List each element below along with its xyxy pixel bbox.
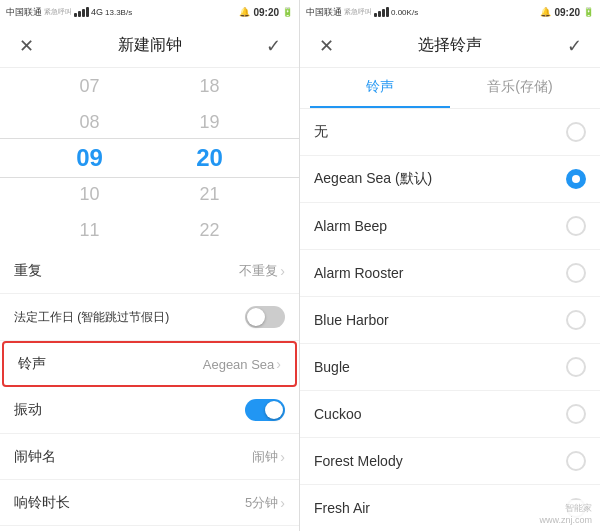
alarm-name-value: 闹钟 ›: [252, 448, 285, 466]
left-header: ✕ 新建闹钟 ✓: [0, 24, 299, 68]
left-battery-icon: 🔋: [282, 7, 293, 17]
watermark-brand: 智能家 www.znj.com: [535, 500, 596, 527]
right-close-button[interactable]: ✕: [312, 32, 340, 60]
ring-duration-setting[interactable]: 响铃时长 5分钟 ›: [0, 480, 299, 526]
repeat-setting[interactable]: 重复 不重复 ›: [0, 248, 299, 294]
ringtone-alarm-rooster[interactable]: Alarm Rooster: [300, 250, 600, 297]
r-signal-bar-2: [378, 11, 381, 17]
left-alarm-icon: 🔔: [239, 7, 250, 17]
right-title: 选择铃声: [418, 35, 482, 56]
workday-toggle[interactable]: [245, 306, 285, 328]
ringtone-blue-harbor[interactable]: Blue Harbor: [300, 297, 600, 344]
radio-alarm-rooster[interactable]: [566, 263, 586, 283]
minute-19: 19: [150, 104, 270, 140]
left-status-bar: 中国联通 紧急呼叫 4G 13.3B/s 🔔 09:20 🔋: [0, 0, 299, 24]
left-carrier: 中国联通: [6, 6, 42, 19]
right-battery-icon: 🔋: [583, 7, 594, 17]
signal-bar-3: [82, 9, 85, 17]
signal-bar-1: [74, 13, 77, 17]
minute-18: 18: [150, 68, 270, 104]
left-title: 新建闹钟: [118, 35, 182, 56]
ringtone-aegean-sea[interactable]: Aegean Sea (默认): [300, 156, 600, 203]
hour-column[interactable]: 07 08 09 10 11: [30, 68, 150, 248]
tab-ringtone[interactable]: 铃声: [310, 68, 450, 108]
right-status-bar: 中国联通 紧急呼叫 0.00K/s 🔔 09:20 🔋: [300, 0, 600, 24]
left-time: 09:20: [253, 7, 279, 18]
snooze-setting[interactable]: 再响间隔 10分钟，3次 ›: [0, 526, 299, 531]
watermark: 智能家 www.znj.com: [535, 500, 596, 527]
radio-blue-harbor[interactable]: [566, 310, 586, 330]
ringtone-setting[interactable]: 铃声 Aegean Sea ›: [2, 341, 297, 387]
radio-aegean-sea[interactable]: [566, 169, 586, 189]
radio-alarm-beep[interactable]: [566, 216, 586, 236]
radio-cuckoo[interactable]: [566, 404, 586, 424]
ringtone-list: 无 Aegean Sea (默认) Alarm Beep Alarm Roost…: [300, 109, 600, 531]
left-status-right: 🔔 09:20 🔋: [239, 7, 293, 18]
minute-22: 22: [150, 212, 270, 248]
left-close-button[interactable]: ✕: [12, 32, 40, 60]
left-speed: 13.3B/s: [105, 8, 132, 17]
right-confirm-button[interactable]: ✓: [560, 32, 588, 60]
hour-11: 11: [30, 212, 150, 248]
left-emergency: 紧急呼叫: [44, 7, 72, 17]
right-speed: 0.00K/s: [391, 8, 418, 17]
minute-20: 20: [150, 140, 270, 176]
minute-21: 21: [150, 176, 270, 212]
left-network-type: 4G: [91, 7, 103, 17]
left-confirm-button[interactable]: ✓: [259, 32, 287, 60]
minute-column[interactable]: 18 19 20 21 22: [150, 68, 270, 248]
vibrate-setting[interactable]: 振动: [0, 387, 299, 434]
workday-label: 法定工作日 (智能跳过节假日): [14, 309, 169, 326]
signal-bar-2: [78, 11, 81, 17]
r-signal-bar-3: [382, 9, 385, 17]
right-status-right: 🔔 09:20 🔋: [540, 7, 594, 18]
vibrate-label: 振动: [14, 401, 42, 419]
ringtone-tabs: 铃声 音乐(存储): [300, 68, 600, 109]
right-time: 09:20: [554, 7, 580, 18]
settings-list: 重复 不重复 › 法定工作日 (智能跳过节假日) 铃声 Aegean Sea ›…: [0, 248, 299, 531]
ringtone-value: Aegean Sea ›: [203, 356, 281, 372]
alarm-name-chevron: ›: [280, 449, 285, 465]
ring-duration-chevron: ›: [280, 495, 285, 511]
right-status-left: 中国联通 紧急呼叫 0.00K/s: [306, 6, 418, 19]
time-picker[interactable]: 07 08 09 10 11 18 19 20 21 22: [0, 68, 299, 248]
repeat-chevron: ›: [280, 263, 285, 279]
r-signal-bar-4: [386, 7, 389, 17]
right-header: ✕ 选择铃声 ✓: [300, 24, 600, 68]
ringtone-bugle[interactable]: Bugle: [300, 344, 600, 391]
hour-09: 09: [30, 140, 150, 176]
vibrate-toggle[interactable]: [245, 399, 285, 421]
right-emergency: 紧急呼叫: [344, 7, 372, 17]
workday-setting[interactable]: 法定工作日 (智能跳过节假日): [0, 294, 299, 341]
tab-music[interactable]: 音乐(存储): [450, 68, 590, 108]
hour-07: 07: [30, 68, 150, 104]
ringtone-chevron: ›: [276, 356, 281, 372]
hour-08: 08: [30, 104, 150, 140]
repeat-label: 重复: [14, 262, 42, 280]
radio-bugle[interactable]: [566, 357, 586, 377]
ringtone-label: 铃声: [18, 355, 46, 373]
ringtone-forest-melody[interactable]: Forest Melody: [300, 438, 600, 485]
ring-duration-value: 5分钟 ›: [245, 494, 285, 512]
ringtone-alarm-beep[interactable]: Alarm Beep: [300, 203, 600, 250]
radio-none[interactable]: [566, 122, 586, 142]
right-carrier: 中国联通: [306, 6, 342, 19]
alarm-name-setting[interactable]: 闹钟名 闹钟 ›: [0, 434, 299, 480]
right-alarm-icon: 🔔: [540, 7, 551, 17]
right-signal-bars: [374, 7, 389, 17]
right-panel: 中国联通 紧急呼叫 0.00K/s 🔔 09:20 🔋 ✕ 选择铃声 ✓: [300, 0, 600, 531]
alarm-name-label: 闹钟名: [14, 448, 56, 466]
hour-10: 10: [30, 176, 150, 212]
left-status-left: 中国联通 紧急呼叫 4G 13.3B/s: [6, 6, 132, 19]
radio-forest-melody[interactable]: [566, 451, 586, 471]
ringtone-cuckoo[interactable]: Cuckoo: [300, 391, 600, 438]
r-signal-bar-1: [374, 13, 377, 17]
ring-duration-label: 响铃时长: [14, 494, 70, 512]
repeat-value: 不重复 ›: [239, 262, 285, 280]
signal-bar-4: [86, 7, 89, 17]
left-signal-bars: [74, 7, 89, 17]
left-panel: 中国联通 紧急呼叫 4G 13.3B/s 🔔 09:20 🔋 ✕ 新建闹钟 ✓: [0, 0, 300, 531]
ringtone-none[interactable]: 无: [300, 109, 600, 156]
